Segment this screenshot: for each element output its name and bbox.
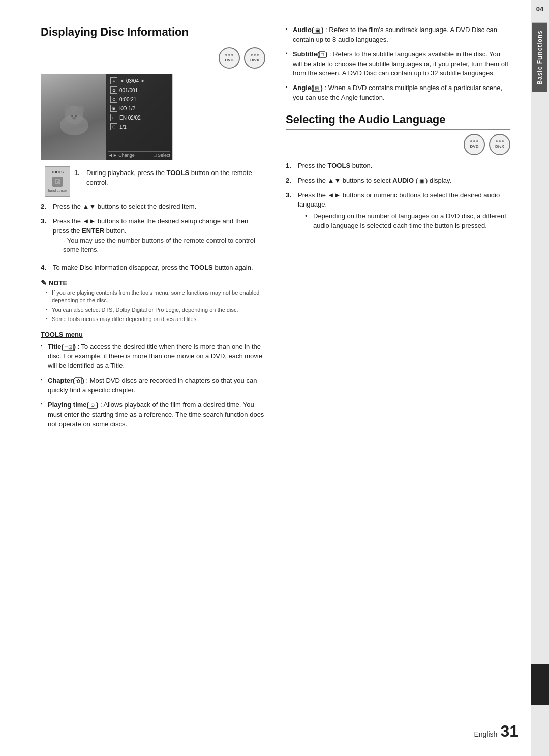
left-disc-icons: DVD DivX — [41, 47, 265, 69]
dvd-badge-left: DVD — [219, 47, 240, 69]
right-step-2-num: 2. — [286, 176, 294, 186]
step-2-num: 2. — [41, 202, 49, 212]
page-container: Displaying Disc Information DVD DivX — [0, 0, 549, 756]
right-step-1-num: 1. — [286, 161, 294, 171]
overlay-row-angle: ⊞ 1/1 — [110, 123, 168, 130]
tools-menu-list: Title(≡⊡) : To access the desired title … — [41, 342, 265, 429]
step-4-num: 4. — [41, 263, 49, 273]
right-sidebar: 04 Basic Functions — [531, 0, 549, 756]
step-4-text: To make Disc information disappear, pres… — [53, 263, 265, 273]
overlay-footer: ◄► Change □ Select — [108, 151, 170, 158]
overlay-row-audio: ▣ KO 1/2 — [110, 105, 168, 112]
tools-menu-section: TOOLS menu Title(≡⊡) : To access the des… — [41, 331, 265, 429]
tools-menu-title-item: Title(≡⊡) : To access the desired title … — [41, 342, 265, 371]
note-item-2: You can also select DTS, Dolby Digital o… — [46, 306, 265, 314]
step-2-text: Press the ▲▼ buttons to select the desir… — [53, 202, 265, 212]
step-3-sub: - You may use the number buttons of the … — [63, 236, 265, 255]
right-step-3: 3. Press the ◄► buttons or numeric butto… — [286, 191, 510, 233]
time-icon: ⊙ — [110, 96, 117, 103]
note-title: ✎ NOTE — [41, 279, 265, 287]
note-pencil-icon: ✎ — [41, 279, 47, 287]
right-step-2-text: Press the ▲▼ buttons to select AUDIO (▣)… — [298, 176, 510, 186]
title-icon: ≡ — [110, 77, 117, 84]
tools-menu-chapter-item: Chapter(✿) : Most DVD discs are recorded… — [41, 376, 265, 395]
step-1: TOOLS hand cursor 1. During playback, — [41, 168, 265, 197]
overlay-select-label: □ Select — [154, 153, 170, 158]
left-section-title: Displaying Disc Information — [41, 25, 265, 42]
main-content: Displaying Disc Information DVD DivX — [0, 0, 531, 756]
svg-point-4 — [71, 115, 73, 117]
note-item-3: Some tools menus may differ depending on… — [46, 315, 265, 323]
right-step-2: 2. Press the ▲▼ buttons to select AUDIO … — [286, 176, 510, 186]
sidebar-chapter-title: Basic Functions — [532, 23, 547, 92]
overlay-row-subtitle: □ EN 02/02 — [110, 114, 168, 121]
tools-menu-time-item: Playing time(⊙) : Allows playback of the… — [41, 400, 265, 429]
disc-info-screenshot: ≡ ◄ 03/04 ► ✿ 001/001 ⊙ 0:00:21 ▣ — [41, 74, 173, 160]
left-steps: TOOLS hand cursor 1. During playback, — [41, 168, 265, 273]
page-number-area: English 31 — [474, 722, 518, 741]
step-3-text: Press the ◄► buttons to make the desired… — [53, 217, 265, 258]
dvd-badge-right: DVD — [464, 134, 485, 155]
bullet-subtitle: Subtitle(□) : Refers to the subtitle lan… — [286, 50, 510, 79]
bullet-audio: Audio(▣) : Refers to the film's soundtra… — [286, 25, 510, 45]
subtitle-icon: □ — [110, 114, 117, 121]
right-step-3-text: Press the ◄► buttons or numeric buttons … — [298, 191, 510, 233]
step-1-num: 1. — [74, 168, 82, 197]
right-step-1-text: Press the TOOLS button. — [298, 161, 510, 171]
step-4: 4. To make Disc information disappear, p… — [41, 263, 265, 273]
left-column: Displaying Disc Information DVD DivX — [41, 25, 265, 731]
right-section-title: Selecting the Audio Language — [286, 113, 510, 130]
chapter-icon: ✿ — [110, 86, 117, 94]
disc-overlay-panel: ≡ ◄ 03/04 ► ✿ 001/001 ⊙ 0:00:21 ▣ — [106, 74, 172, 160]
divx-badge-right: DivX — [489, 134, 510, 155]
divx-badge-left: DivX — [244, 47, 265, 69]
page-english-label: English — [474, 730, 497, 738]
step-3: 3. Press the ◄► buttons to make the desi… — [41, 217, 265, 258]
right-step-3-subbullets: Depending on the number of languages on … — [305, 212, 510, 231]
overlay-row-time: ⊙ 0:00:21 — [110, 96, 168, 103]
sub-bullet-1: Depending on the number of languages on … — [305, 212, 510, 231]
page-number: 31 — [500, 722, 518, 741]
right-step-3-num: 3. — [286, 191, 294, 233]
step-1-text: During playback, press the TOOLS button … — [86, 168, 265, 197]
svg-point-6 — [72, 117, 76, 120]
step-3-num: 3. — [41, 217, 49, 258]
overlay-row-chapter: ✿ 001/001 — [110, 86, 168, 94]
note-item-1: If you are playing contents from the too… — [46, 289, 265, 305]
angle-icon: ⊞ — [110, 123, 117, 130]
right-step-1: 1. Press the TOOLS button. — [286, 161, 510, 171]
step-2: 2. Press the ▲▼ buttons to select the de… — [41, 202, 265, 212]
right-top-bullets: Audio(▣) : Refers to the film's soundtra… — [286, 25, 510, 103]
overlay-row-title: ≡ ◄ 03/04 ► — [110, 77, 168, 84]
right-steps: 1. Press the TOOLS button. 2. Press the … — [286, 161, 510, 233]
puppy-image — [41, 74, 107, 160]
bullet-angle: Angle(⊞) : When a DVD contains multiple … — [286, 83, 510, 103]
audio-icon: ▣ — [110, 105, 117, 112]
sidebar-chapter-num: 04 — [536, 5, 543, 13]
tools-menu-title: TOOLS menu — [41, 331, 265, 338]
right-column: Audio(▣) : Refers to the film's soundtra… — [286, 25, 510, 731]
overlay-change-label: ◄► Change — [108, 153, 135, 158]
svg-point-5 — [75, 115, 77, 117]
note-items-list: If you are playing contents from the too… — [41, 289, 265, 324]
note-section: ✎ NOTE If you are playing contents from … — [41, 279, 265, 324]
right-disc-icons: DVD DivX — [286, 134, 510, 155]
sidebar-black-block — [531, 664, 549, 705]
